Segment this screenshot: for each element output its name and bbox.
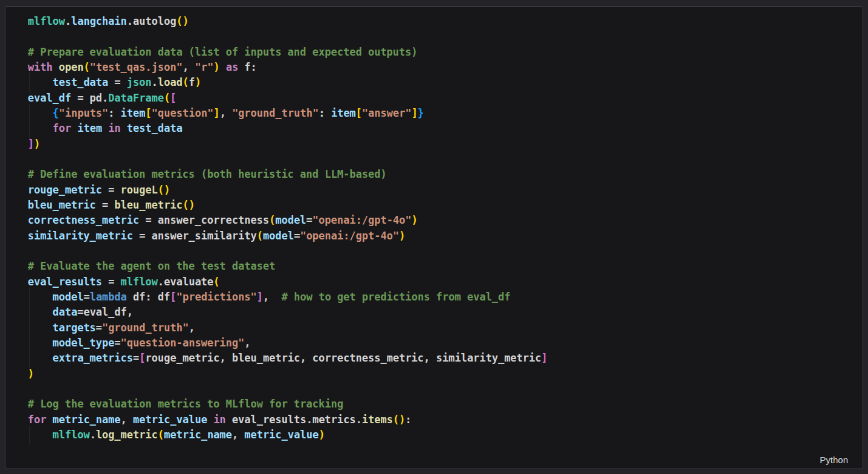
code-line: ]) (28, 137, 857, 152)
code-token: targets (53, 322, 96, 334)
code-line: data=eval_df, (28, 305, 857, 320)
code-token: : (319, 107, 331, 119)
code-token: load (158, 76, 183, 88)
code-token: , (219, 107, 232, 119)
code-token: = (306, 214, 313, 226)
code-token: "test_qas.json" (89, 61, 183, 73)
code-line: extra_metrics=[rouge_metric, bleu_metric… (28, 351, 857, 366)
code-line: mlflow.langchain.autolog() (28, 14, 857, 29)
code-token: model (275, 214, 306, 226)
code-block: mlflow.langchain.autolog()# Prepare eval… (28, 14, 857, 443)
code-token: ) (28, 368, 34, 380)
code-token: ( (213, 276, 219, 288)
code-token: , (244, 337, 250, 349)
code-token (28, 291, 53, 303)
code-block-panel: mlflow.langchain.autolog()# Prepare eval… (5, 6, 863, 469)
code-line (28, 244, 857, 259)
code-token: [ (170, 92, 176, 104)
code-token: ] (28, 138, 34, 150)
code-token: ( (269, 214, 275, 226)
code-token: log_metric (96, 429, 158, 441)
code-token: . (127, 15, 133, 27)
code-token: [ (170, 291, 176, 303)
code-token: = pd. (71, 92, 108, 104)
code-token: in (108, 122, 120, 134)
code-line: similarity_metric = answer_similarity(mo… (28, 229, 857, 244)
code-token: . (89, 429, 96, 441)
code-line: for metric_name, metric_value in eval_re… (28, 412, 857, 427)
code-token (53, 61, 59, 73)
code-token: = (83, 291, 89, 303)
code-line: {"inputs": item["question"], "ground_tru… (28, 106, 857, 121)
code-token: , (183, 61, 195, 73)
code-token: "predictions" (177, 291, 257, 303)
code-token: rouge_metric, bleu_metric, correctness_m… (146, 352, 542, 364)
code-token: () (158, 184, 170, 196)
code-token: eval_results.metrics. (226, 414, 362, 426)
code-token: mlflow (53, 429, 89, 441)
code-token (121, 122, 127, 134)
code-token: # Define evaluation metrics (both heuris… (28, 168, 387, 180)
code-token: DataFrame (108, 92, 164, 104)
code-token: items (362, 414, 393, 426)
code-token: ( (257, 230, 263, 242)
code-token: metric_value (133, 414, 207, 426)
code-token: bleu_metric (114, 199, 183, 211)
code-token: for (28, 414, 47, 426)
code-token (102, 122, 108, 134)
code-line (28, 29, 857, 44)
code-token: data (53, 306, 77, 318)
code-token: similarity_metric (28, 230, 133, 242)
code-token: mlflow (28, 15, 65, 27)
code-token: = (102, 184, 121, 196)
code-token: } (418, 107, 424, 119)
code-line: rouge_metric = rougeL() (28, 183, 857, 198)
code-line: # Evaluate the agent on the test dataset (28, 259, 857, 274)
code-token (28, 306, 53, 318)
code-line: eval_results = mlflow.evaluate( (28, 274, 857, 290)
code-token: . (152, 76, 158, 88)
code-token: "openai:/gpt-4o" (300, 230, 399, 242)
code-token: f (189, 76, 195, 88)
code-token: = (133, 352, 139, 364)
code-token: ) (213, 61, 219, 73)
code-token: ) (412, 214, 418, 226)
code-token (207, 414, 213, 426)
code-token: = (96, 322, 102, 334)
code-token: df: df (127, 291, 170, 303)
code-line: targets="ground_truth", (28, 320, 857, 336)
code-token: mlflow (121, 276, 158, 288)
code-token: # how to get predictions from eval_df (282, 291, 511, 303)
code-line: # Define evaluation metrics (both heuris… (28, 167, 857, 182)
code-token: ] (542, 352, 548, 364)
code-token: "ground_truth" (102, 322, 189, 334)
code-token: = answer_similarity (133, 230, 257, 242)
code-token: "inputs" (59, 107, 108, 119)
code-token: "r" (195, 61, 213, 73)
code-token: ( (83, 61, 89, 73)
code-token: [ (356, 107, 362, 119)
code-token (28, 76, 53, 88)
code-token: # Log the evaluation metrics to MLflow f… (28, 398, 343, 410)
code-token: "openai:/gpt-4o" (313, 214, 412, 226)
code-line: model_type="question-answering", (28, 336, 857, 351)
code-token (219, 61, 225, 73)
code-token: model (263, 230, 294, 242)
code-token: item (121, 107, 146, 119)
code-token: () (177, 15, 189, 27)
code-token: ) (195, 76, 201, 88)
code-token: correctness_metric (28, 214, 139, 226)
code-token: ) (399, 230, 405, 242)
code-token: bleu_metric (28, 199, 96, 211)
code-token: with (28, 61, 53, 73)
code-token: . (65, 15, 71, 27)
code-line: mlflow.log_metric(metric_name, metric_va… (28, 427, 857, 443)
code-token: ] (257, 291, 263, 303)
code-token: , (232, 429, 244, 441)
code-token: "question" (152, 107, 213, 119)
code-token: "question-answering" (121, 337, 245, 349)
code-line (28, 381, 857, 397)
code-token: eval_df (28, 92, 71, 104)
code-token: = (96, 199, 115, 211)
code-line: correctness_metric = answer_correctness(… (28, 213, 857, 228)
